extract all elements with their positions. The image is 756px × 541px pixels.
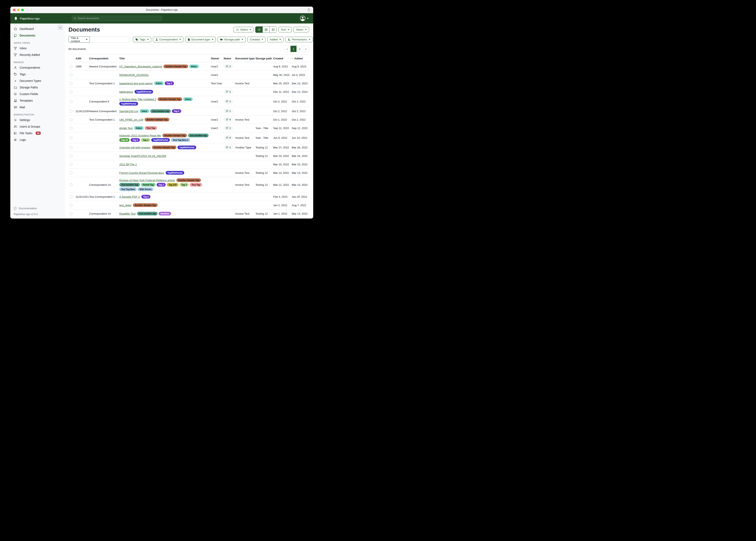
cell-correspondent[interactable]: Newest Correspondent xyxy=(89,64,119,69)
tag-pill[interactable]: Just another tag xyxy=(150,109,171,113)
zoom-window-button[interactable] xyxy=(21,9,24,11)
row-checkbox[interactable] xyxy=(70,172,72,174)
cell-document-type[interactable] xyxy=(235,155,255,157)
tag-pill[interactable]: TagWithPartial xyxy=(119,102,138,106)
row-checkbox[interactable] xyxy=(70,212,72,215)
cell-storage-path[interactable] xyxy=(255,196,273,198)
cell-correspondent[interactable] xyxy=(89,127,119,129)
sidebar-collapse-button[interactable]: « xyxy=(58,25,63,30)
notes-badge[interactable]: 1 xyxy=(224,126,233,130)
notes-badge[interactable]: 4 xyxy=(224,118,233,122)
cell-document-type[interactable] xyxy=(235,204,255,207)
column-header-owner[interactable]: Owner xyxy=(211,55,224,62)
sidebar-item-dashboard[interactable]: Dashboard xyxy=(10,26,64,32)
row-checkbox[interactable] xyxy=(70,91,72,93)
tag-pill[interactable]: Inbox xyxy=(154,81,164,85)
tag-pill[interactable]: Another Sample Tag xyxy=(152,146,176,149)
cell-document-type[interactable]: Another Type xyxy=(235,145,255,150)
cell-correspondent[interactable]: Correspondent 9 xyxy=(89,99,119,104)
cell-correspondent[interactable]: Test Correspondent 1 xyxy=(89,117,119,123)
tag-pill[interactable]: Just another tag xyxy=(137,212,158,216)
cell-document-type[interactable] xyxy=(235,163,255,166)
document-title-link[interactable]: [paperless] test post-owner xyxy=(119,82,153,85)
sidebar-item-tags[interactable]: Tags xyxy=(10,71,64,78)
tag-pill[interactable]: Test Tag xyxy=(190,183,202,187)
row-checkbox[interactable] xyxy=(70,65,72,68)
share-icon[interactable] xyxy=(307,8,310,12)
cell-storage-path[interactable] xyxy=(255,118,273,121)
cell-correspondent[interactable] xyxy=(89,204,119,207)
tag-pill[interactable]: Another Sample Tag xyxy=(133,203,157,207)
sidebar-item-file-tasks[interactable]: File Tasks16 xyxy=(10,130,64,137)
tag-pill[interactable]: Another Sample Tag xyxy=(176,178,201,182)
row-checkbox[interactable] xyxy=(70,146,72,149)
notes-badge[interactable]: 1 xyxy=(224,90,233,94)
tag-pill[interactable]: Inbox xyxy=(140,109,149,113)
forward-icon[interactable]: › xyxy=(31,8,32,12)
tag-pill[interactable]: Another Sample Tag xyxy=(158,97,182,101)
document-title-link[interactable]: 2011 BP Pie 2 xyxy=(119,163,137,166)
pagination-prev[interactable]: « xyxy=(284,46,290,52)
tag-pill[interactable]: Test Tag xyxy=(145,126,157,130)
cell-storage-path[interactable]: Year - Title xyxy=(255,135,273,141)
cell-correspondent[interactable]: Newest Correspondent xyxy=(89,109,119,114)
sidebar-item-document-types[interactable]: #Document Types xyxy=(10,78,64,84)
row-checkbox[interactable] xyxy=(70,204,72,207)
cell-correspondent[interactable] xyxy=(89,172,119,174)
filter-tags-button[interactable]: Tags xyxy=(133,37,151,42)
filter-storage-path-button[interactable]: Storage path xyxy=(217,37,246,42)
column-header-asn[interactable]: ASN xyxy=(76,55,89,62)
cell-document-type[interactable] xyxy=(235,100,255,103)
cell-storage-path[interactable] xyxy=(255,110,273,112)
sidebar-item-users-groups[interactable]: Users & Groups xyxy=(10,123,64,130)
row-checkbox[interactable] xyxy=(70,82,72,85)
search-field-selector[interactable]: Title & content xyxy=(69,36,90,43)
cell-storage-path[interactable]: Testing 12 xyxy=(255,182,273,188)
tag-pill[interactable]: With Perms xyxy=(138,188,153,191)
column-header-notes[interactable]: Notes xyxy=(224,55,235,62)
pagination-page-1[interactable]: 1 xyxy=(290,46,296,52)
tag-pill[interactable]: TagWithPartial xyxy=(166,171,184,175)
row-checkbox[interactable] xyxy=(70,155,72,157)
cell-document-type[interactable]: Invoice Test xyxy=(235,182,255,188)
document-title-link[interactable]: test_letter xyxy=(119,204,131,207)
document-title-link[interactable]: Review-of-New-York-Federal-Petitions-art… xyxy=(119,179,175,182)
cell-correspondent[interactable] xyxy=(89,163,119,166)
tag-pill[interactable]: Test Tag New xyxy=(119,188,137,191)
filter-document-type-button[interactable]: Document type xyxy=(185,37,216,42)
cell-correspondent[interactable]: Correspondent 14 xyxy=(89,182,119,188)
tag-pill[interactable]: TagWithPartial xyxy=(177,146,196,149)
sidebar-item-settings[interactable]: Settings xyxy=(10,117,64,123)
pagination-next[interactable]: » xyxy=(303,46,309,52)
sidebar-item-mail[interactable]: Mail xyxy=(10,104,64,111)
cell-correspondent[interactable] xyxy=(89,91,119,93)
document-title-link[interactable]: Sonstige ScanPC2022 03-24_081058 xyxy=(119,155,166,158)
cell-correspondent[interactable] xyxy=(89,155,119,157)
cell-storage-path[interactable]: Testing 12 xyxy=(255,145,273,150)
back-icon[interactable]: ‹ xyxy=(27,8,28,12)
cell-storage-path[interactable] xyxy=(255,82,273,85)
notes-badge[interactable]: 1 xyxy=(224,99,233,104)
tag-pill[interactable]: Inbox xyxy=(189,65,199,68)
cell-storage-path[interactable]: Testing 12 xyxy=(255,170,273,176)
sidebar-item-logs[interactable]: Logs xyxy=(10,137,64,143)
search-input[interactable] xyxy=(78,17,160,20)
notes-badge[interactable]: 1 xyxy=(224,145,233,150)
document-title-link[interactable]: InDesign 2022 Scripting Read Me xyxy=(119,134,161,137)
document-title-link[interactable]: 1 Testing New Title Updated 2 xyxy=(119,98,156,101)
cell-correspondent[interactable]: Correspondent 14 xyxy=(89,211,119,217)
cell-document-type[interactable] xyxy=(235,74,255,76)
select-button[interactable]: Select xyxy=(233,27,254,32)
tag-pill[interactable]: Tag 222 xyxy=(167,183,178,187)
tag-pill[interactable]: Tag 2 xyxy=(172,109,181,113)
tag-pill[interactable]: Tag 2 xyxy=(165,81,174,85)
cell-storage-path[interactable]: Year - Title xyxy=(255,125,273,131)
column-header-added[interactable]: ↑ Added xyxy=(292,55,309,62)
sidebar-item-documents[interactable]: Documents xyxy=(10,32,64,39)
document-title-link[interactable]: ReadMe Test xyxy=(119,212,136,215)
tag-pill[interactable]: Inbox xyxy=(183,97,193,101)
pagination-page-2[interactable]: 2 xyxy=(296,46,303,52)
document-title-link[interactable]: 2sample-pdf-with-images xyxy=(119,146,150,149)
tag-pill[interactable]: Inbox xyxy=(134,126,144,130)
view-list-button[interactable] xyxy=(255,27,262,33)
